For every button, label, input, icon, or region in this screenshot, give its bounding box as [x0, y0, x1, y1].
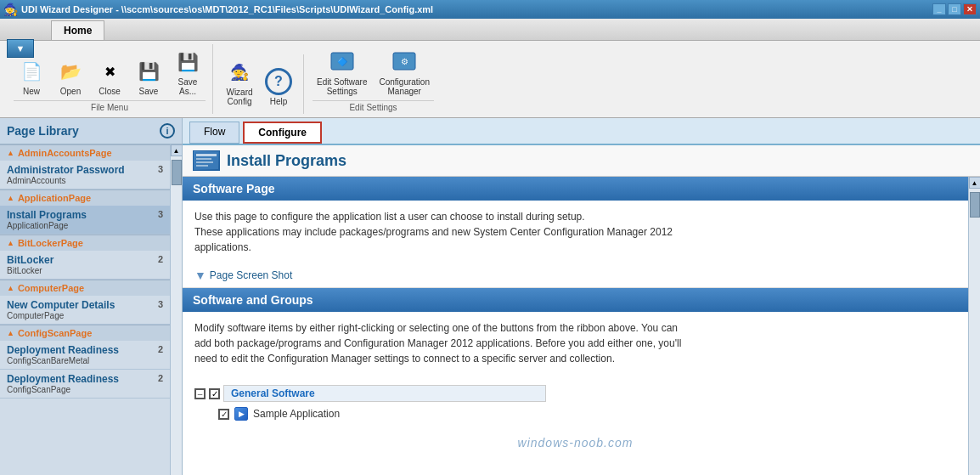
sidebar-header: Page Library i: [0, 118, 182, 144]
open-button[interactable]: 📂 Open: [53, 55, 88, 99]
config-manager-button[interactable]: ⚙ ConfigurationManager: [375, 46, 433, 99]
svg-rect-6: [196, 158, 211, 160]
edit-software-label: Edit SoftwareSettings: [317, 77, 367, 96]
general-software-label: General Software: [223, 385, 546, 402]
sidebar-scrollbar[interactable]: ▲: [170, 144, 182, 475]
software-groups-header: Software and Groups: [183, 288, 968, 312]
edit-settings-buttons: 🔷 Edit SoftwareSettings ⚙ ConfigurationM…: [313, 46, 434, 99]
page-header-icon: [193, 150, 220, 171]
edit-software-button[interactable]: 🔷 Edit SoftwareSettings: [313, 46, 371, 99]
content-scroll-thumb[interactable]: [970, 192, 980, 218]
content-scroll: Software Page Use this page to configure…: [183, 177, 968, 475]
wizard-buttons: 🧙 WizardConfig ? Help: [222, 56, 296, 109]
file-buttons: 📄 New 📂 Open ✖ Close 💾 Save 💾 Save: [14, 46, 206, 99]
ribbon-group-edit-settings: 🔷 Edit SoftwareSettings ⚙ ConfigurationM…: [306, 44, 441, 114]
title-bar-left: 🧙 UDI Wizard Designer - \\sccm\sources\o…: [3, 3, 433, 16]
software-page-description: Use this page to configure the applicati…: [194, 211, 673, 253]
watermark: windows-noob.com: [183, 429, 968, 456]
tab-home[interactable]: Home: [51, 20, 104, 40]
collapse-icon-computer: ▲: [7, 284, 14, 292]
edit-software-icon: 🔷: [329, 48, 356, 76]
software-page-body: Use this page to configure the applicati…: [183, 201, 968, 263]
title-bar: 🧙 UDI Wizard Designer - \\sccm\sources\o…: [0, 0, 980, 19]
content-scrollbar[interactable]: ▲ ▼: [968, 177, 980, 475]
software-groups-body: Modify software items by either right-cl…: [183, 312, 968, 375]
save-as-icon: 💾: [174, 48, 201, 76]
svg-rect-5: [196, 154, 217, 156]
page-title: Install Programs: [227, 152, 346, 170]
title-bar-text: UDI Wizard Designer - \\sccm\sources\os\…: [21, 4, 433, 14]
help-icon: ?: [265, 68, 292, 95]
scroll-thumb[interactable]: [172, 160, 182, 185]
save-label: Save: [139, 87, 159, 96]
collapse-icon-app: ▲: [7, 194, 14, 202]
sidebar-item-deployment-readiness-1[interactable]: Deployment Readiness ConfigScanBareMetal…: [0, 341, 170, 370]
ribbon-content: 📄 New 📂 Open ✖ Close 💾 Save 💾 Save: [0, 41, 980, 117]
sidebar: Page Library i ▲ AdminAccountsPage Admin…: [0, 118, 183, 475]
sidebar-category-computer: ▲ ComputerPage: [0, 280, 170, 296]
office-menu-button[interactable]: ▼: [7, 39, 34, 58]
new-label: New: [23, 87, 40, 96]
screenshot-label: Page Screen Shot: [210, 269, 292, 281]
collapse-icon-configscan: ▲: [7, 329, 14, 337]
close-ribbon-icon: ✖: [96, 58, 123, 85]
help-label: Help: [270, 97, 288, 106]
close-ribbon-button[interactable]: ✖ Close: [92, 55, 127, 99]
sidebar-category-admin: ▲ AdminAccountsPage: [0, 144, 170, 161]
sidebar-scroll: ▲ AdminAccountsPage Administrator Passwo…: [0, 144, 170, 475]
tab-flow[interactable]: Flow: [189, 122, 239, 144]
new-button[interactable]: 📄 New: [14, 55, 49, 99]
software-groups-list: – ✓ General Software ✓ ▶ Sample Applicat…: [183, 375, 968, 429]
sidebar-info-button[interactable]: i: [160, 123, 175, 139]
sidebar-item-install-programs[interactable]: Install Programs ApplicationPage 3: [0, 206, 170, 235]
ribbon-group-wizard: 🧙 WizardConfig ? Help: [215, 54, 304, 114]
sidebar-title: Page Library: [7, 124, 79, 138]
minimize-button[interactable]: _: [932, 3, 946, 15]
page-header: Install Programs: [183, 145, 980, 177]
sample-app-checkbox[interactable]: ✓: [218, 409, 229, 420]
sidebar-category-bitlocker: ▲ BitLockerPage: [0, 235, 170, 251]
open-icon: 📂: [57, 58, 84, 85]
sidebar-item-bitlocker[interactable]: BitLocker BitLocker 2: [0, 251, 170, 280]
group-checkbox[interactable]: ✓: [209, 388, 220, 399]
tab-configure[interactable]: Configure: [243, 122, 322, 144]
content-scroll-up[interactable]: ▲: [969, 177, 981, 189]
config-manager-label: ConfigurationManager: [379, 77, 429, 96]
screenshot-arrow-icon: ▼: [194, 269, 206, 282]
help-button[interactable]: ? Help: [261, 65, 296, 109]
file-group-label: File Menu: [14, 100, 206, 112]
sidebar-item-deployment-readiness-2[interactable]: Deployment Readiness ConfigScanPage 2: [0, 370, 170, 399]
content-area: Flow Configure Install Programs Software…: [183, 118, 980, 475]
save-icon: 💾: [135, 58, 162, 85]
ribbon: ▼ Home 📄 New 📂 Open ✖ Close 💾: [0, 19, 980, 118]
sidebar-category-configscan: ▲ ConfigScanPage: [0, 325, 170, 341]
open-label: Open: [60, 87, 81, 96]
sidebar-category-app: ▲ ApplicationPage: [0, 189, 170, 206]
ribbon-group-file: 📄 New 📂 Open ✖ Close 💾 Save 💾 Save: [7, 44, 213, 114]
svg-rect-7: [196, 161, 213, 163]
restore-button[interactable]: □: [948, 3, 961, 15]
wizard-config-icon: 🧙: [226, 59, 253, 86]
wizard-group-label: [222, 110, 296, 112]
app-icon: 🧙: [3, 3, 18, 16]
save-button[interactable]: 💾 Save: [131, 55, 166, 99]
sidebar-item-computer-details[interactable]: New Computer Details ComputerPage 3: [0, 296, 170, 325]
screenshot-link[interactable]: ▼ Page Screen Shot: [183, 263, 968, 288]
save-as-label: SaveAs...: [178, 77, 198, 96]
wizard-config-button[interactable]: 🧙 WizardConfig: [222, 56, 257, 109]
software-page-header: Software Page: [183, 177, 968, 201]
sidebar-item-admin-password[interactable]: Administrator Password AdminAccounts 3: [0, 161, 170, 189]
general-software-group-row: – ✓ General Software: [194, 382, 956, 405]
config-manager-icon: ⚙: [391, 48, 418, 76]
wizard-config-label: WizardConfig: [226, 88, 252, 106]
save-as-button[interactable]: 💾 SaveAs...: [170, 46, 206, 99]
new-icon: 📄: [18, 58, 45, 85]
group-expand-icon[interactable]: –: [194, 388, 206, 399]
svg-rect-8: [196, 165, 208, 167]
close-button[interactable]: ✕: [963, 3, 977, 15]
content-tabs: Flow Configure: [183, 118, 980, 145]
app-icon: ▶: [234, 407, 248, 421]
scroll-up-arrow[interactable]: ▲: [171, 144, 183, 156]
sample-app-label: Sample Application: [253, 408, 340, 420]
svg-text:⚙: ⚙: [401, 57, 408, 66]
